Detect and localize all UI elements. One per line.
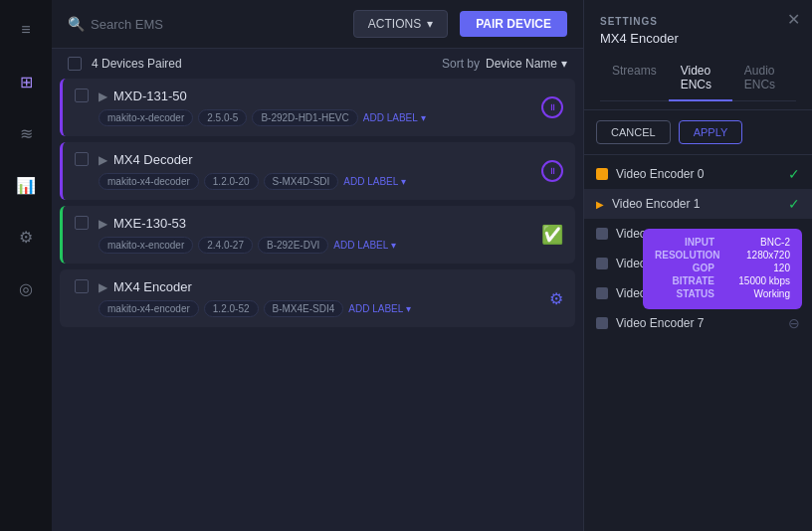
device-checkbox[interactable] [75, 216, 89, 230]
sidebar-cloud-icon[interactable]: ◎ [12, 274, 40, 302]
tooltip-input-label: INPUT [655, 237, 714, 248]
select-all-checkbox[interactable] [68, 57, 82, 71]
sidebar-analytics-icon[interactable]: 📊 [12, 171, 40, 199]
device-checkbox[interactable] [75, 279, 89, 293]
tooltip-input-value: BNC-2 [760, 237, 790, 248]
expand-icon[interactable]: ▶ [99, 153, 107, 167]
device-row: ▶ MXD-131-50 makito-x-decoder 2.5.0-5 B-… [60, 79, 575, 136]
encoder-tooltip: INPUT BNC-2 RESOLUTION 1280x720 GOP 120 … [643, 229, 802, 309]
search-box: 🔍 Search EMS [68, 16, 341, 32]
tooltip-gop-value: 120 [773, 263, 790, 273]
device-list-header: 4 Devices Paired Sort by Device Name ▾ [52, 49, 583, 79]
pair-device-button[interactable]: PAIR DEVICE [460, 11, 567, 37]
tag: 2.4.0-27 [198, 237, 253, 254]
settings-panel: ✕ SETTINGS MX4 Encoder Streams Video ENC… [583, 0, 812, 531]
devices-count: 4 Devices Paired [92, 57, 182, 71]
expand-icon[interactable]: ▶ [99, 89, 107, 103]
tab-audio-encs[interactable]: Audio ENCs [732, 56, 796, 101]
tooltip-gop-label: GOP [655, 263, 714, 273]
tag: B-292D-HD1-HEVC [252, 109, 357, 126]
encoder-color-indicator [596, 317, 608, 329]
sort-chevron-icon: ▾ [561, 57, 567, 71]
topbar: 🔍 Search EMS ACTIONS ▾ PAIR DEVICE [52, 0, 583, 49]
sidebar-menu-icon[interactable]: ≡ [12, 16, 40, 44]
tag: 2.5.0-5 [198, 109, 247, 126]
sort-value[interactable]: Device Name ▾ [486, 57, 567, 71]
cancel-button[interactable]: CANCEL [596, 120, 671, 144]
encoder-color-indicator [596, 258, 608, 269]
tooltip-resolution-label: RESOLUTION [655, 250, 720, 261]
tooltip-status-value: Working [754, 288, 791, 299]
encoder-item[interactable]: Video Encoder 7 ⊖ [584, 308, 812, 338]
sort-control[interactable]: Sort by Device Name ▾ [442, 57, 567, 71]
tooltip-resolution-value: 1280x720 [746, 250, 790, 261]
device-checkbox[interactable] [75, 88, 89, 102]
tag: makito-x-decoder [99, 109, 193, 126]
chevron-down-icon: ▾ [427, 17, 433, 31]
pause-status-icon: ⏸ [541, 96, 563, 118]
play-icon: ▶ [596, 199, 604, 210]
tag: B-292E-DVI [258, 237, 328, 254]
tooltip-bitrate-value: 15000 kbps [738, 275, 790, 286]
tooltip-bitrate-label: BITRATE [655, 275, 714, 286]
sidebar: ≡ ⊞ ≋ 📊 ⚙ ◎ [0, 0, 52, 531]
sidebar-chart-icon[interactable]: ≋ [12, 119, 40, 147]
check-status-icon: ✅ [541, 225, 563, 245]
panel-actions: CANCEL APPLY [584, 110, 812, 155]
encoder-item[interactable]: ▶ Video Encoder 1 ✓ INPUT BNC-2 RESOLUTI… [584, 189, 812, 219]
encoder-color-indicator [596, 168, 608, 180]
device-tags: makito-x-encoder 2.4.0-27 B-292E-DVI ADD… [99, 237, 531, 254]
add-label-button[interactable]: ADD LABEL ▾ [343, 176, 406, 187]
tooltip-status-label: STATUS [655, 288, 714, 299]
sidebar-settings-icon[interactable]: ⚙ [12, 223, 40, 251]
device-name: MXD-131-50 [113, 88, 187, 103]
encoder-label: Video Encoder 0 [616, 167, 780, 181]
main-content: 🔍 Search EMS ACTIONS ▾ PAIR DEVICE 4 Dev… [52, 0, 583, 531]
encoder-item[interactable]: Video Encoder 0 ✓ [584, 159, 812, 189]
tab-streams[interactable]: Streams [600, 56, 669, 101]
device-tags: makito-x4-encoder 1.2.0-52 B-MX4E-SDI4 A… [99, 300, 539, 317]
devices-container: ▶ MXD-131-50 makito-x-decoder 2.5.0-5 B-… [52, 79, 583, 531]
tab-video-encs[interactable]: Video ENCs [669, 56, 732, 101]
add-label-button[interactable]: ADD LABEL ▾ [333, 240, 396, 251]
search-icon: 🔍 [68, 16, 85, 32]
expand-icon[interactable]: ▶ [99, 217, 107, 231]
expand-icon[interactable]: ▶ [99, 280, 107, 294]
encoder-color-indicator [596, 228, 608, 240]
apply-button[interactable]: APPLY [679, 120, 743, 144]
settings-label: SETTINGS [600, 16, 796, 27]
tag: makito-x-encoder [99, 237, 193, 254]
sidebar-devices-icon[interactable]: ⊞ [12, 68, 40, 95]
tag: B-MX4E-SDI4 [264, 300, 344, 317]
device-name: MX4 Encoder [113, 279, 192, 294]
device-tags: makito-x4-decoder 1.2.0-20 S-MX4D-SDI AD… [99, 173, 531, 190]
tag: 1.2.0-52 [204, 300, 259, 317]
device-checkbox[interactable] [75, 152, 89, 166]
actions-button[interactable]: ACTIONS ▾ [353, 10, 448, 38]
encoder-status-icon: ⊖ [788, 315, 800, 331]
device-row: ▶ MX4 Encoder makito-x4-encoder 1.2.0-52… [60, 269, 575, 327]
add-label-button[interactable]: ADD LABEL ▾ [363, 112, 426, 123]
encoder-name: MX4 Encoder [600, 31, 796, 46]
device-row: ▶ MXE-130-53 makito-x-encoder 2.4.0-27 B… [60, 206, 575, 264]
device-name: MX4 Decoder [113, 152, 192, 167]
gear-status-icon: ⚙ [549, 290, 563, 307]
panel-header: SETTINGS MX4 Encoder Streams Video ENCs … [584, 0, 812, 110]
encoder-label: Video Encoder 1 [612, 197, 780, 211]
tag: makito-x4-decoder [99, 173, 199, 190]
search-placeholder[interactable]: Search EMS [91, 17, 163, 32]
tag: S-MX4D-SDI [264, 173, 339, 190]
add-label-button[interactable]: ADD LABEL ▾ [348, 303, 411, 314]
pause-status-icon: ⏸ [541, 160, 563, 182]
device-name: MXE-130-53 [113, 216, 186, 231]
encoder-status-icon: ✓ [788, 196, 800, 212]
panel-tabs: Streams Video ENCs Audio ENCs [600, 56, 796, 101]
sort-label: Sort by [442, 57, 480, 71]
encoder-status-icon: ✓ [788, 166, 800, 182]
encoder-label: Video Encoder 7 [616, 316, 780, 330]
tag: makito-x4-encoder [99, 300, 199, 317]
encoder-color-indicator [596, 287, 608, 299]
actions-label: ACTIONS [368, 17, 421, 31]
encoder-list: Video Encoder 0 ✓ ▶ Video Encoder 1 ✓ IN… [584, 155, 812, 531]
close-button[interactable]: ✕ [787, 10, 800, 29]
